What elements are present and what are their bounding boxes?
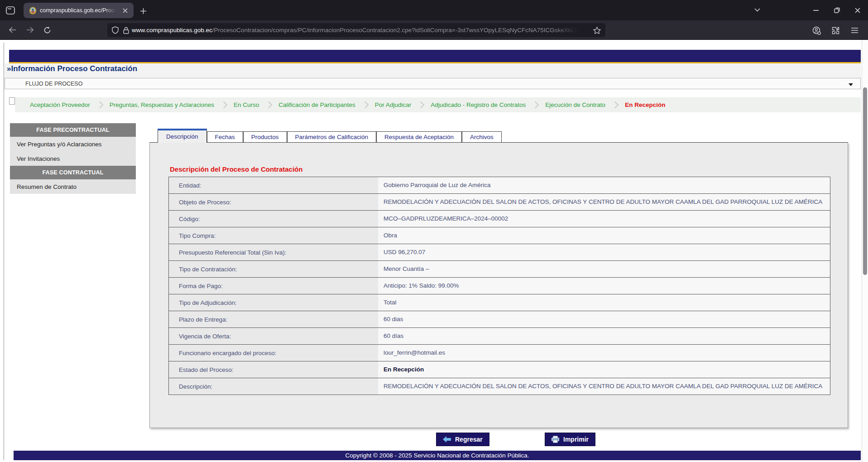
- regresar-button[interactable]: Regresar: [436, 433, 489, 446]
- url-text: www.compraspublicas.gob.ec/ProcesoContra…: [132, 27, 590, 34]
- process-detail-table: Entidad:Gobierno Parroquial de Luz de Am…: [168, 177, 830, 395]
- site-favicon-icon: [29, 7, 37, 14]
- process-flow-collapsible-bar[interactable]: FLUJO DE PROCESO: [5, 78, 861, 89]
- page-left-border: [4, 43, 4, 460]
- field-value: REMODELACIÓN Y ADECUACIÓN DEL SALON DE A…: [378, 378, 830, 395]
- navigation-toolbar: www.compraspublicas.gob.ec/ProcesoContra…: [0, 20, 868, 40]
- minimize-button[interactable]: [806, 0, 826, 20]
- field-value: lour_ferrin@hotmail.es: [378, 345, 830, 361]
- tab-fechas[interactable]: Fechas: [207, 131, 243, 143]
- url-bar[interactable]: www.compraspublicas.gob.ec/ProcesoContra…: [107, 23, 605, 37]
- field-value: Total: [378, 294, 830, 311]
- step-por-adjudicar[interactable]: Por Adjudicar: [375, 101, 411, 108]
- field-label: Entidad:: [169, 177, 378, 193]
- field-label: Objeto de Proceso:: [169, 194, 378, 210]
- tab-list-chevron-icon[interactable]: [750, 4, 764, 16]
- tab-parametros[interactable]: Parámetros de Calificación: [287, 131, 376, 143]
- footer-bar: Copyright © 2008 - 2025 Servicio Naciona…: [14, 451, 861, 460]
- table-row: Código:MCO–GADPRLUZDEAMERICA–2024–00002: [169, 211, 830, 227]
- sidebar-item-ver-preguntas[interactable]: Ver Preguntas y/ó Aclaraciones: [10, 137, 136, 151]
- back-button[interactable]: [5, 23, 20, 37]
- field-label: Plazo de Entrega:: [169, 311, 378, 327]
- table-row: Vigencia de Oferta:60 días: [169, 328, 830, 345]
- page-title: »Información Proceso Contratación: [7, 64, 137, 73]
- copyright-text: Copyright © 2008 - 2025 Servicio Naciona…: [345, 452, 529, 459]
- field-label: Código:: [169, 211, 378, 227]
- field-value: Gobierno Parroquial de Luz de América: [378, 177, 830, 193]
- sidebar-section-precontractual: FASE PRECONTRACTUAL: [10, 123, 136, 137]
- table-row: Funcionario encargado del proceso:lour_f…: [169, 345, 830, 361]
- table-row: Tipo Compra:Obra: [169, 227, 830, 244]
- tab-respuesta[interactable]: Respuesta de Aceptación: [376, 131, 462, 143]
- process-flow-label: FLUJO DE PROCESO: [25, 81, 82, 87]
- bookmark-star-icon[interactable]: [593, 27, 601, 34]
- chevron-separator-icon: [221, 101, 228, 109]
- table-row: Presupuesto Referencial Total (Sin Iva):…: [169, 244, 830, 261]
- field-label: Forma de Pago:: [169, 278, 378, 294]
- new-tab-button[interactable]: [137, 5, 149, 17]
- table-row: Estado del Proceso:En Recepción: [169, 361, 830, 378]
- page-scrollbar-thumb[interactable]: [863, 87, 867, 275]
- toolbar-right-icons: [809, 23, 862, 38]
- dropdown-caret-icon: [849, 83, 853, 86]
- reload-button[interactable]: [40, 23, 54, 37]
- field-label: Tipo Compra:: [169, 227, 378, 244]
- restore-button[interactable]: [826, 0, 847, 20]
- chevron-separator-icon: [417, 101, 425, 109]
- tab-productos[interactable]: Productos: [243, 131, 287, 143]
- tab-close-icon[interactable]: [120, 5, 130, 15]
- field-value: USD 96,270.07: [378, 244, 830, 260]
- step-en-recepcion-current: En Recepción: [625, 101, 665, 108]
- field-label: Estado del Proceso:: [169, 361, 378, 378]
- tab-descripcion[interactable]: Descripción: [158, 129, 207, 143]
- sidebar-item-resumen-contrato[interactable]: Resumen de Contrato: [10, 179, 136, 194]
- chevron-separator-icon: [362, 101, 369, 109]
- table-row: Tipo de Contratación:Menor Cuantía –: [169, 261, 830, 278]
- tracking-shield-icon[interactable]: [112, 26, 119, 34]
- table-row: Descripción:REMODELACIÓN Y ADECUACIÓN DE…: [169, 378, 830, 395]
- step-calificacion[interactable]: Calificación de Participantes: [278, 101, 355, 108]
- step-ejecucion[interactable]: Ejecución de Contrato: [545, 101, 605, 108]
- firefox-view-button[interactable]: [4, 4, 17, 17]
- field-value: REMODELACIÓN Y ADECUACIÓN DEL SALON DE A…: [378, 194, 830, 210]
- page-scrollbar-track[interactable]: [862, 40, 868, 462]
- step-preguntas[interactable]: Preguntas, Respuestas y Aclaraciones: [110, 101, 214, 108]
- browser-window: compraspublicas.gob.ec/Proces: [0, 0, 868, 462]
- lock-icon[interactable]: [123, 27, 129, 34]
- field-label: Descripción:: [169, 378, 378, 395]
- chevron-separator-icon: [265, 101, 273, 109]
- imprimir-button[interactable]: Imprimir: [545, 433, 595, 446]
- content-tabs: Descripción Fechas Productos Parámetros …: [158, 129, 502, 143]
- field-label: Funcionario encargado del proceso:: [169, 345, 378, 361]
- back-arrow-icon: [443, 436, 451, 443]
- forward-button[interactable]: [23, 23, 37, 37]
- table-row: Objeto de Proceso:REMODELACIÓN Y ADECUAC…: [169, 194, 830, 211]
- field-label: Vigencia de Oferta:: [169, 328, 378, 344]
- section-title: Descripción del Proceso de Contratación: [170, 165, 302, 173]
- tab-title: compraspublicas.gob.ec/Proces: [40, 7, 116, 14]
- step-aceptacion-proveedor[interactable]: Aceptación Proveedor: [30, 101, 90, 108]
- printer-icon: [551, 436, 559, 443]
- sidebar: FASE PRECONTRACTUAL Ver Preguntas y/ó Ac…: [10, 123, 136, 194]
- sidebar-item-ver-invitaciones[interactable]: Ver Invitaciones: [10, 151, 136, 166]
- window-controls: [806, 0, 868, 20]
- chevron-separator-icon: [532, 101, 539, 109]
- breadcrumb-start-box: [9, 97, 15, 105]
- tab-bar: compraspublicas.gob.ec/Proces: [0, 0, 868, 20]
- table-row: Plazo de Entrega:60 dias: [169, 311, 830, 328]
- close-button[interactable]: [847, 0, 868, 20]
- table-row: Entidad:Gobierno Parroquial de Luz de Am…: [169, 177, 830, 194]
- imprimir-label: Imprimir: [563, 436, 589, 443]
- account-icon[interactable]: [809, 23, 824, 38]
- field-label: Tipo de Contratación:: [169, 261, 378, 277]
- field-value: MCO–GADPRLUZDEAMERICA–2024–00002: [378, 211, 830, 227]
- step-en-curso[interactable]: En Curso: [234, 101, 259, 108]
- field-value: 60 días: [378, 328, 830, 344]
- page-content: »Información Proceso Contratación FLUJO …: [0, 40, 868, 462]
- step-adjudicado[interactable]: Adjudicado - Registro de Contratos: [431, 101, 526, 108]
- field-value: Anticipo: 1% Saldo: 99.00%: [378, 278, 830, 294]
- menu-hamburger-icon[interactable]: [847, 23, 862, 38]
- extensions-puzzle-icon[interactable]: [828, 23, 843, 38]
- browser-tab[interactable]: compraspublicas.gob.ec/Proces: [24, 3, 134, 18]
- tab-archivos[interactable]: Archivos: [462, 131, 502, 143]
